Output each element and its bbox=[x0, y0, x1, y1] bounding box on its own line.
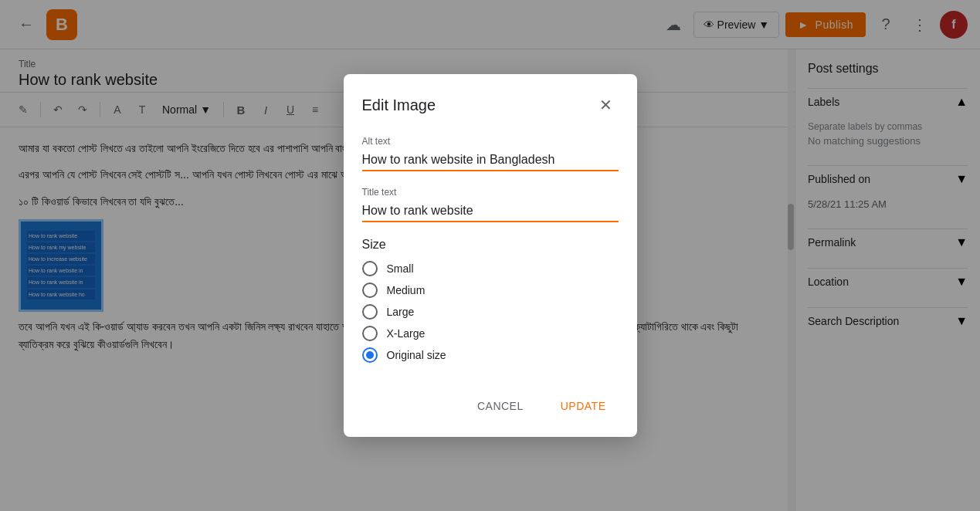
update-button[interactable]: UPDATE bbox=[548, 394, 619, 418]
modal-actions: CANCEL UPDATE bbox=[362, 381, 619, 418]
size-xlarge-label: X-Large bbox=[387, 327, 426, 340]
size-label: Size bbox=[362, 238, 619, 252]
size-section: Size Small Medium Large X-Large bbox=[362, 238, 619, 363]
alt-text-group: Alt text bbox=[362, 136, 619, 171]
modal-header: Edit Image ✕ bbox=[362, 93, 619, 117]
edit-image-modal: Edit Image ✕ Alt text Title text Size Sm… bbox=[344, 74, 637, 437]
modal-title: Edit Image bbox=[362, 96, 436, 114]
size-original-label: Original size bbox=[387, 349, 446, 361]
radio-xlarge[interactable] bbox=[362, 326, 378, 341]
alt-text-label: Alt text bbox=[362, 136, 619, 147]
size-large-label: Large bbox=[387, 306, 415, 318]
title-text-group: Title text bbox=[362, 187, 619, 222]
title-text-input[interactable] bbox=[362, 201, 619, 222]
modal-close-button[interactable]: ✕ bbox=[594, 93, 619, 117]
radio-medium[interactable] bbox=[362, 283, 378, 298]
modal-overlay[interactable]: Edit Image ✕ Alt text Title text Size Sm… bbox=[0, 0, 980, 511]
size-xlarge[interactable]: X-Large bbox=[362, 326, 619, 341]
size-small-label: Small bbox=[387, 262, 414, 275]
radio-original[interactable] bbox=[362, 347, 378, 363]
size-radio-group: Small Medium Large X-Large Original size bbox=[362, 261, 619, 363]
radio-large[interactable] bbox=[362, 304, 378, 320]
radio-small[interactable] bbox=[362, 261, 378, 276]
size-medium-label: Medium bbox=[387, 284, 426, 296]
title-text-label: Title text bbox=[362, 187, 619, 198]
alt-text-input[interactable] bbox=[362, 150, 619, 171]
size-large[interactable]: Large bbox=[362, 304, 619, 320]
size-medium[interactable]: Medium bbox=[362, 283, 619, 298]
size-original[interactable]: Original size bbox=[362, 347, 619, 363]
cancel-button[interactable]: CANCEL bbox=[465, 394, 536, 418]
size-small[interactable]: Small bbox=[362, 261, 619, 276]
